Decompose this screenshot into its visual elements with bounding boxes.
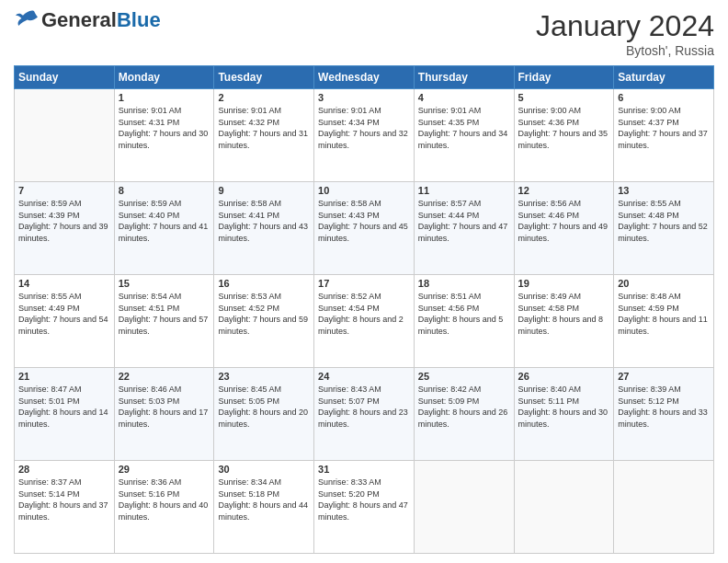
- day-cell: 27Sunrise: 8:39 AMSunset: 5:12 PMDayligh…: [614, 368, 714, 461]
- day-number: 20: [618, 278, 710, 289]
- day-number: 9: [218, 185, 310, 196]
- day-cell: 30Sunrise: 8:34 AMSunset: 5:18 PMDayligh…: [214, 461, 314, 554]
- day-info: Sunrise: 8:55 AMSunset: 4:49 PMDaylight:…: [18, 291, 110, 337]
- day-number: 13: [618, 185, 710, 196]
- day-info: Sunrise: 8:37 AMSunset: 5:14 PMDaylight:…: [18, 477, 110, 523]
- day-cell: 23Sunrise: 8:45 AMSunset: 5:05 PMDayligh…: [214, 368, 314, 461]
- day-number: 1: [119, 92, 210, 103]
- header: GeneralBlue January 2024 Bytosh', Russia: [14, 9, 714, 58]
- day-number: 26: [518, 371, 610, 382]
- day-cell: 12Sunrise: 8:56 AMSunset: 4:46 PMDayligh…: [514, 182, 614, 275]
- day-cell: 15Sunrise: 8:54 AMSunset: 4:51 PMDayligh…: [114, 275, 214, 368]
- day-info: Sunrise: 8:40 AMSunset: 5:11 PMDaylight:…: [518, 384, 610, 430]
- day-cell: [414, 461, 514, 554]
- day-number: 11: [418, 185, 510, 196]
- location: Bytosh', Russia: [536, 43, 714, 58]
- day-cell: 18Sunrise: 8:51 AMSunset: 4:56 PMDayligh…: [414, 275, 514, 368]
- day-number: 7: [18, 185, 110, 196]
- bird-icon: [16, 9, 38, 28]
- day-cell: 13Sunrise: 8:55 AMSunset: 4:48 PMDayligh…: [614, 182, 714, 275]
- day-info: Sunrise: 8:47 AMSunset: 5:01 PMDaylight:…: [18, 384, 110, 430]
- weekday-header-thursday: Thursday: [414, 66, 514, 89]
- day-cell: 1Sunrise: 9:01 AMSunset: 4:31 PMDaylight…: [114, 89, 214, 182]
- day-info: Sunrise: 8:57 AMSunset: 4:44 PMDaylight:…: [418, 198, 510, 244]
- day-cell: 16Sunrise: 8:53 AMSunset: 4:52 PMDayligh…: [214, 275, 314, 368]
- day-number: 29: [119, 464, 210, 475]
- day-info: Sunrise: 8:53 AMSunset: 4:52 PMDaylight:…: [218, 291, 310, 337]
- day-cell: 11Sunrise: 8:57 AMSunset: 4:44 PMDayligh…: [414, 182, 514, 275]
- day-cell: 28Sunrise: 8:37 AMSunset: 5:14 PMDayligh…: [15, 461, 115, 554]
- weekday-header-saturday: Saturday: [614, 66, 714, 89]
- day-cell: [15, 89, 115, 182]
- weekday-header-sunday: Sunday: [15, 66, 115, 89]
- day-cell: 20Sunrise: 8:48 AMSunset: 4:59 PMDayligh…: [614, 275, 714, 368]
- week-row-3: 14Sunrise: 8:55 AMSunset: 4:49 PMDayligh…: [15, 275, 714, 368]
- day-info: Sunrise: 8:45 AMSunset: 5:05 PMDaylight:…: [218, 384, 310, 430]
- day-cell: 22Sunrise: 8:46 AMSunset: 5:03 PMDayligh…: [114, 368, 214, 461]
- day-info: Sunrise: 8:49 AMSunset: 4:58 PMDaylight:…: [518, 291, 610, 337]
- day-cell: 24Sunrise: 8:43 AMSunset: 5:07 PMDayligh…: [314, 368, 415, 461]
- day-info: Sunrise: 9:01 AMSunset: 4:32 PMDaylight:…: [218, 105, 310, 151]
- logo-blue-text: Blue: [117, 8, 161, 31]
- day-number: 19: [518, 278, 610, 289]
- day-number: 30: [218, 464, 310, 475]
- weekday-header-wednesday: Wednesday: [314, 66, 415, 89]
- day-info: Sunrise: 9:00 AMSunset: 4:37 PMDaylight:…: [618, 105, 710, 151]
- day-info: Sunrise: 8:42 AMSunset: 5:09 PMDaylight:…: [418, 384, 510, 430]
- day-number: 27: [618, 371, 710, 382]
- day-info: Sunrise: 8:59 AMSunset: 4:40 PMDaylight:…: [119, 198, 210, 244]
- day-number: 15: [119, 278, 210, 289]
- month-year: January 2024: [536, 9, 714, 43]
- day-cell: 6Sunrise: 9:00 AMSunset: 4:37 PMDaylight…: [614, 89, 714, 182]
- calendar-table: SundayMondayTuesdayWednesdayThursdayFrid…: [14, 65, 714, 554]
- day-number: 5: [518, 92, 610, 103]
- weekday-header-row: SundayMondayTuesdayWednesdayThursdayFrid…: [15, 66, 714, 89]
- day-info: Sunrise: 8:51 AMSunset: 4:56 PMDaylight:…: [418, 291, 510, 337]
- day-info: Sunrise: 8:34 AMSunset: 5:18 PMDaylight:…: [218, 477, 310, 523]
- day-cell: 2Sunrise: 9:01 AMSunset: 4:32 PMDaylight…: [214, 89, 314, 182]
- week-row-1: 1Sunrise: 9:01 AMSunset: 4:31 PMDaylight…: [15, 89, 714, 182]
- day-info: Sunrise: 9:00 AMSunset: 4:36 PMDaylight:…: [518, 105, 610, 151]
- weekday-header-tuesday: Tuesday: [214, 66, 314, 89]
- day-cell: [614, 461, 714, 554]
- week-row-5: 28Sunrise: 8:37 AMSunset: 5:14 PMDayligh…: [15, 461, 714, 554]
- day-number: 4: [418, 92, 510, 103]
- day-number: 28: [18, 464, 110, 475]
- day-number: 18: [418, 278, 510, 289]
- day-info: Sunrise: 8:39 AMSunset: 5:12 PMDaylight:…: [618, 384, 710, 430]
- day-cell: 3Sunrise: 9:01 AMSunset: 4:34 PMDaylight…: [314, 89, 415, 182]
- title-block: January 2024 Bytosh', Russia: [536, 9, 714, 58]
- day-cell: 29Sunrise: 8:36 AMSunset: 5:16 PMDayligh…: [114, 461, 214, 554]
- weekday-header-friday: Friday: [514, 66, 614, 89]
- day-number: 21: [18, 371, 110, 382]
- day-cell: [514, 461, 614, 554]
- day-cell: 8Sunrise: 8:59 AMSunset: 4:40 PMDaylight…: [114, 182, 214, 275]
- day-number: 17: [318, 278, 410, 289]
- day-number: 14: [18, 278, 110, 289]
- day-cell: 26Sunrise: 8:40 AMSunset: 5:11 PMDayligh…: [514, 368, 614, 461]
- day-cell: 9Sunrise: 8:58 AMSunset: 4:41 PMDaylight…: [214, 182, 314, 275]
- day-info: Sunrise: 8:54 AMSunset: 4:51 PMDaylight:…: [119, 291, 210, 337]
- day-number: 24: [318, 371, 410, 382]
- day-cell: 21Sunrise: 8:47 AMSunset: 5:01 PMDayligh…: [15, 368, 115, 461]
- day-number: 3: [318, 92, 410, 103]
- day-number: 16: [218, 278, 310, 289]
- week-row-2: 7Sunrise: 8:59 AMSunset: 4:39 PMDaylight…: [15, 182, 714, 275]
- day-cell: 19Sunrise: 8:49 AMSunset: 4:58 PMDayligh…: [514, 275, 614, 368]
- day-number: 12: [518, 185, 610, 196]
- day-number: 23: [218, 371, 310, 382]
- day-info: Sunrise: 8:58 AMSunset: 4:41 PMDaylight:…: [218, 198, 310, 244]
- day-info: Sunrise: 8:46 AMSunset: 5:03 PMDaylight:…: [119, 384, 210, 430]
- day-number: 25: [418, 371, 510, 382]
- day-info: Sunrise: 8:56 AMSunset: 4:46 PMDaylight:…: [518, 198, 610, 244]
- day-info: Sunrise: 9:01 AMSunset: 4:34 PMDaylight:…: [318, 105, 410, 151]
- day-info: Sunrise: 8:33 AMSunset: 5:20 PMDaylight:…: [318, 477, 410, 523]
- day-cell: 5Sunrise: 9:00 AMSunset: 4:36 PMDaylight…: [514, 89, 614, 182]
- logo-general-text: General: [41, 8, 117, 31]
- day-info: Sunrise: 9:01 AMSunset: 4:31 PMDaylight:…: [119, 105, 210, 151]
- day-number: 8: [119, 185, 210, 196]
- day-cell: 31Sunrise: 8:33 AMSunset: 5:20 PMDayligh…: [314, 461, 415, 554]
- day-info: Sunrise: 9:01 AMSunset: 4:35 PMDaylight:…: [418, 105, 510, 151]
- day-cell: 10Sunrise: 8:58 AMSunset: 4:43 PMDayligh…: [314, 182, 415, 275]
- week-row-4: 21Sunrise: 8:47 AMSunset: 5:01 PMDayligh…: [15, 368, 714, 461]
